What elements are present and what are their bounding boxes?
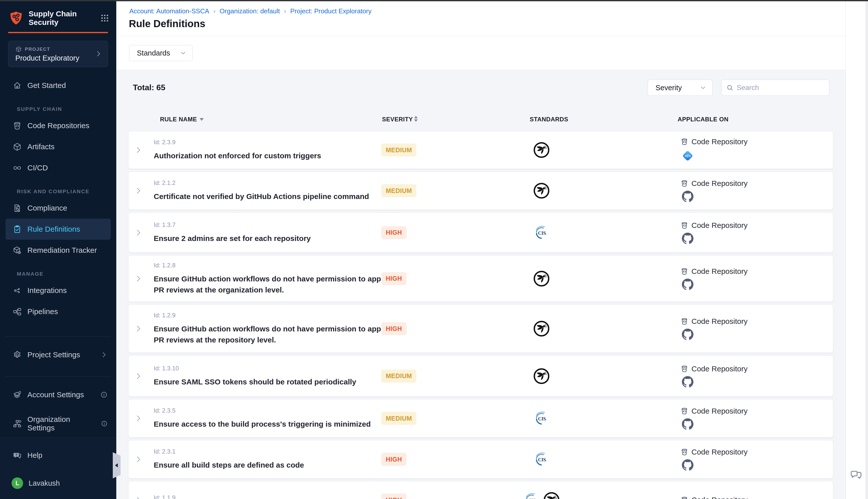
clipboard-check-icon	[13, 224, 22, 234]
sidebar-item-artifacts[interactable]: Artifacts	[5, 136, 111, 157]
sidebar-item-rule-definitions[interactable]: Rule Definitions	[5, 219, 111, 240]
sidebar-item-remediation-tracker[interactable]: Remediation Tracker	[5, 240, 111, 261]
applicable-on-label: Code Repository	[692, 407, 747, 415]
rule-name[interactable]: Authorization not enforced for custom tr…	[154, 150, 397, 161]
standards-cell	[514, 182, 569, 199]
rule-row[interactable]: Id: 1.2.9Ensure GitHub action workflows …	[128, 305, 833, 353]
harness-code-icon: </>	[681, 149, 694, 162]
chevron-right-icon	[100, 351, 108, 358]
total-count: Total: 65	[133, 83, 165, 92]
sidebar-item-integrations[interactable]: Integrations	[5, 280, 111, 301]
rule-row[interactable]: Id: 2.3.5Ensure access to the build proc…	[128, 399, 833, 437]
code-repository-icon	[680, 221, 689, 229]
scrollbar[interactable]	[866, 0, 868, 499]
github-icon	[682, 279, 693, 290]
search-input[interactable]	[737, 84, 824, 92]
expand-row-chevron-icon[interactable]	[134, 146, 142, 154]
divider	[116, 36, 845, 36]
applicable-on-cell: Code Repository	[680, 179, 747, 202]
standards-cell: CIS	[514, 492, 569, 499]
sidebar-item-account-settings[interactable]: Account Settings	[5, 384, 111, 405]
doc-search-icon	[13, 204, 22, 213]
column-header-severity[interactable]: SEVERITY	[382, 116, 413, 123]
rule-row[interactable]: Id: 1.2.8Ensure GitHub action workflows …	[128, 255, 833, 302]
owasp-standard-icon	[533, 142, 550, 158]
search-box	[721, 80, 829, 96]
expand-row-chevron-icon[interactable]	[134, 496, 142, 499]
sidebar-item-label: Project Settings	[27, 351, 80, 359]
expand-row-chevron-icon[interactable]	[134, 455, 142, 464]
info-icon[interactable]	[100, 391, 108, 399]
standards-filter-dropdown[interactable]: Standards	[129, 45, 193, 61]
expand-row-chevron-icon[interactable]	[134, 414, 142, 423]
applicable-on-cell: Code Repository	[680, 448, 747, 471]
rule-id: Id: 2.3.9	[154, 139, 397, 146]
project-selector[interactable]: PROJECT Product Exploratory	[8, 41, 108, 67]
main-content: Account: Automation-SSCA›Organization: d…	[116, 0, 846, 499]
breadcrumb-separator: ›	[213, 7, 215, 15]
rule-name[interactable]: Ensure all build steps are defined as co…	[154, 460, 397, 471]
project-name: Product Exploratory	[15, 54, 79, 62]
sort-icon[interactable]	[414, 116, 418, 122]
svg-text:CIS: CIS	[538, 416, 546, 421]
rule-row[interactable]: Id: 2.3.1Ensure all build steps are defi…	[128, 440, 833, 478]
severity-badge: HIGH	[381, 453, 407, 466]
sidebar-item-pipelines[interactable]: Pipelines	[5, 301, 111, 322]
sort-descending-icon[interactable]	[200, 118, 204, 121]
sidebar-item-organization-settings[interactable]: Organization Settings	[5, 413, 111, 434]
applicable-on-cell: Code Repository	[680, 365, 747, 388]
sidebar-item-get-started[interactable]: Get Started	[5, 75, 111, 96]
code-repository-icon	[680, 407, 689, 415]
sidebar-item-project-settings[interactable]: Project Settings	[5, 344, 111, 365]
sidebar-header: Supply Chain Security	[8, 9, 109, 27]
rule-row[interactable]: Id: 1.3.10Ensure SAML SSO tokens should …	[128, 355, 833, 397]
chat-support-icon[interactable]	[850, 469, 863, 482]
rule-row[interactable]: Id: 2.3.9Authorization not enforced for …	[128, 131, 833, 169]
github-icon	[682, 459, 693, 471]
gear-icon	[13, 350, 22, 360]
sidebar-collapse-handle[interactable]	[113, 452, 121, 478]
rule-row[interactable]: Id: 1.1.9HIGHCISCode Repository	[128, 481, 833, 499]
rule-row[interactable]: Id: 2.1.2Certificate not verified by Git…	[128, 172, 833, 210]
rule-row[interactable]: Id: 1.3.7Ensure 2 admins are set for eac…	[128, 212, 833, 253]
applicable-on-label: Code Repository	[692, 137, 747, 146]
expand-row-chevron-icon[interactable]	[134, 275, 142, 283]
standards-cell	[514, 142, 569, 158]
severity-filter-dropdown[interactable]: Severity	[648, 80, 712, 96]
help-button[interactable]: ? Help	[5, 445, 111, 466]
applicable-on-cell: Code Repository	[680, 221, 747, 244]
code-repository-icon	[680, 448, 689, 456]
right-gutter	[846, 0, 868, 499]
breadcrumb-link[interactable]: Account: Automation-SSCA	[129, 7, 209, 15]
owasp-standard-icon	[533, 270, 550, 287]
rule-name[interactable]: Ensure 2 admins are set for each reposit…	[154, 233, 397, 244]
sidebar-item-compliance[interactable]: Compliance	[5, 197, 111, 219]
module-switcher-icon[interactable]	[101, 14, 109, 22]
rule-id: Id: 1.2.8	[154, 262, 397, 269]
rule-name[interactable]: Ensure access to the build process's tri…	[154, 418, 397, 430]
applicable-on-label: Code Repository	[692, 317, 747, 326]
svg-text:</>: </>	[685, 154, 691, 158]
owasp-standard-icon	[533, 320, 550, 337]
breadcrumb-link[interactable]: Organization: default	[220, 7, 280, 15]
breadcrumb-link[interactable]: Project: Product Exploratory	[290, 7, 372, 15]
expand-row-chevron-icon[interactable]	[134, 324, 142, 333]
expand-row-chevron-icon[interactable]	[134, 372, 142, 380]
rule-name[interactable]: Ensure GitHub action workflows do not ha…	[154, 273, 397, 295]
rule-id: Id: 2.3.5	[154, 407, 397, 414]
severity-badge: MEDIUM	[381, 144, 417, 157]
expand-row-chevron-icon[interactable]	[134, 186, 142, 195]
user-menu[interactable]: L Lavakush	[5, 473, 111, 494]
rule-name[interactable]: Certificate not verified by GitHub Actio…	[154, 191, 397, 202]
sidebar-item-ci-cd[interactable]: CI/CD	[5, 157, 111, 179]
rule-name[interactable]: Ensure GitHub action workflows do not ha…	[154, 324, 397, 345]
rule-name[interactable]: Ensure SAML SSO tokens should be rotated…	[154, 376, 397, 387]
info-icon[interactable]	[101, 420, 108, 427]
module-title: Supply Chain Security	[29, 10, 89, 27]
sidebar-item-code-repositories[interactable]: Code Repositories	[5, 115, 111, 136]
column-header-rule-name[interactable]: RULE NAME	[160, 116, 197, 123]
layers-icon	[13, 390, 22, 400]
chevron-down-icon	[180, 50, 186, 56]
project-cube-icon	[15, 46, 22, 52]
expand-row-chevron-icon[interactable]	[134, 228, 142, 237]
